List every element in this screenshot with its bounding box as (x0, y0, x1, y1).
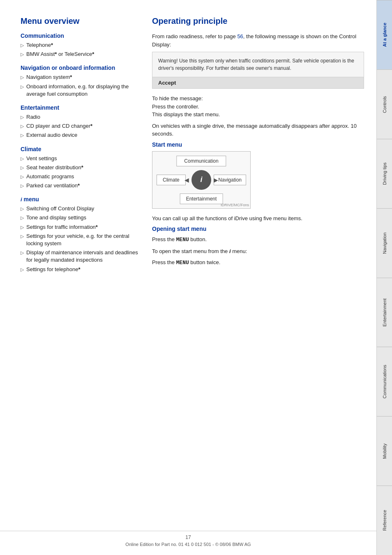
start-menu-note: You can call up all the functions of iDr… (152, 214, 364, 223)
sidebar-tab-mobility[interactable]: Mobility (377, 416, 392, 486)
menu-label-1: MENU (176, 237, 189, 243)
sidebar: At a glance Controls Driving tips Naviga… (376, 0, 392, 555)
bullet-icon: ▷ (21, 51, 24, 58)
bullet-icon: ▷ (21, 132, 24, 138)
communication-list: ▷ Telephone* ▷ BMW Assist* or TeleServic… (21, 41, 140, 58)
opening-line1: Press the MENU button. (152, 235, 364, 244)
opening-start-menu-heading: Opening start menu (152, 226, 364, 232)
sidebar-tab-reference[interactable]: Reference (377, 486, 392, 555)
warning-box: Warning! Use this system only when traff… (152, 52, 364, 77)
main-content: Menu overview Communication ▷ Telephone*… (0, 0, 376, 287)
bullet-icon: ▷ (21, 267, 24, 273)
list-item: ▷ Display of maintenance intervals and d… (21, 249, 140, 264)
left-column: Menu overview Communication ▷ Telephone*… (21, 16, 140, 275)
list-item: ▷ Tone and display settings (21, 214, 140, 221)
menu-item-climate: Climate (157, 175, 186, 185)
opening-line2: To open the start menu from the i menu: (152, 247, 364, 256)
list-item: ▷ CD player and CD changer* (21, 122, 140, 130)
bullet-icon: ▷ (21, 156, 24, 162)
list-item: ▷ Switching off Control Display (21, 205, 140, 212)
entertainment-heading: Entertainment (21, 104, 140, 111)
intro-text: From radio readiness, refer to page 56, … (152, 32, 364, 48)
i-icon: i (21, 196, 22, 203)
bullet-icon: ▷ (21, 174, 24, 180)
bullet-icon: ▷ (21, 42, 24, 48)
sidebar-tab-navigation[interactable]: Navigation (377, 208, 392, 278)
list-item: ▷ Seat heater distribution* (21, 164, 140, 171)
i-menu-icon: i (229, 248, 231, 254)
imenu-heading: i menu (21, 196, 140, 203)
bullet-icon: ▷ (21, 215, 24, 221)
bullet-icon: ▷ (21, 250, 24, 256)
bullet-icon: ▷ (21, 183, 24, 189)
diagram-note: IDRIVE/MC/Fons (221, 203, 249, 207)
list-item: ▷ Navigation system* (21, 74, 140, 81)
sidebar-tab-at-a-glance[interactable]: At a glance (377, 0, 392, 69)
bullet-icon: ▷ (21, 114, 24, 120)
menu-item-entertainment: Entertainment (180, 193, 223, 204)
navigation-list: ▷ Navigation system* ▷ Onboard informati… (21, 74, 140, 98)
list-item: ▷ Settings for your vehicle, e.g. for th… (21, 233, 140, 247)
menu-overview-title: Menu overview (21, 16, 140, 26)
hide-message-text: To hide the message: Press the controlle… (152, 94, 364, 119)
bullet-icon: ▷ (21, 233, 24, 240)
menu-item-communication: Communication (176, 156, 226, 166)
list-item: ▷ Settings for telephone* (21, 266, 140, 273)
sidebar-tab-controls[interactable]: Controls (377, 69, 392, 139)
imenu-list: ▷ Switching off Control Display ▷ Tone a… (21, 205, 140, 273)
right-column: Operating principle From radio readiness… (152, 16, 364, 275)
bullet-icon: ▷ (21, 123, 24, 129)
list-item: ▷ External audio device (21, 131, 140, 139)
page-number: 17 (0, 534, 376, 540)
bullet-icon: ▷ (21, 206, 24, 212)
start-menu-diagram: Communication Entertainment Climate Navi… (152, 151, 251, 209)
copyright-text: Online Edition for Part no. 01 41 0 012 … (0, 542, 376, 547)
list-item: ▷ Settings for traffic information* (21, 223, 140, 231)
arrow-right-icon: ▶ (214, 177, 218, 183)
list-item: ▷ Vent settings (21, 155, 140, 162)
list-item: ▷ Telephone* (21, 41, 140, 49)
navigation-heading: Navigation or onboard information (21, 64, 140, 71)
sidebar-tab-communications[interactable]: Communications (377, 347, 392, 416)
bullet-icon: ▷ (21, 74, 24, 81)
operating-principle-title: Operating principle (152, 16, 364, 26)
bullet-icon: ▷ (21, 84, 24, 90)
list-item: ▷ BMW Assist* or TeleService* (21, 51, 140, 58)
sidebar-tab-driving-tips[interactable]: Driving tips (377, 139, 392, 208)
list-item: ▷ Onboard information, e.g. for displayi… (21, 83, 140, 98)
climate-heading: Climate (21, 146, 140, 152)
start-menu-heading: Start menu (152, 141, 364, 148)
climate-list: ▷ Vent settings ▷ Seat heater distributi… (21, 155, 140, 190)
entertainment-list: ▷ Radio ▷ CD player and CD changer* ▷ Ex… (21, 113, 140, 139)
list-item: ▷ Radio (21, 113, 140, 121)
auto-disappear-text: On vehicles with a single drive, the mes… (152, 122, 364, 138)
footer: 17 Online Edition for Part no. 01 41 0 0… (0, 531, 376, 547)
menu-item-navigation: Navigation (214, 175, 246, 185)
sidebar-tab-entertainment[interactable]: Entertainment (377, 278, 392, 347)
list-item: ▷ Parked car ventilation* (21, 182, 140, 189)
accept-bar: Accept (152, 77, 364, 89)
list-item: ▷ Automatic programs (21, 173, 140, 180)
menu-center-icon: i (191, 170, 211, 190)
bullet-icon: ▷ (21, 224, 24, 230)
communication-heading: Communication (21, 32, 140, 39)
arrow-left-icon: ◀ (184, 177, 189, 183)
bullet-icon: ▷ (21, 165, 24, 171)
opening-line3: Press the MENU button twice. (152, 258, 364, 267)
menu-label-2: MENU (176, 260, 189, 266)
